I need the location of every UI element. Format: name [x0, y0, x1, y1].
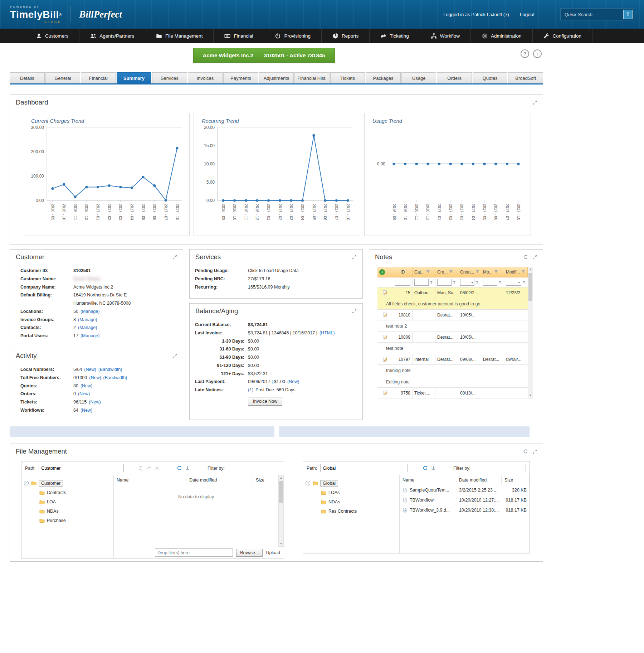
file-row[interactable]: TBWorkflow10/20/2010 12:27:...918.17 KB [400, 495, 530, 505]
path-input[interactable] [39, 464, 124, 472]
note-row[interactable]: 9758Ticket ...08/18/... [377, 388, 528, 398]
note-row[interactable]: 10797InternalDesrat...09/08/...Desrat...… [377, 354, 528, 365]
collapse-panel-icon[interactable] [172, 354, 177, 358]
tree-node[interactable]: LOAs [305, 488, 397, 497]
note-row[interactable]: 15Outbou...Man, Su...08/02/2...12/23/2..… [377, 287, 528, 298]
collapse-panel-icon[interactable] [352, 309, 357, 314]
refresh-icon[interactable] [523, 449, 528, 454]
nav-item-administration[interactable]: Administration [470, 29, 532, 43]
filter-funnel-icon[interactable] [475, 280, 479, 284]
notes-column-header[interactable]: Mo... [481, 267, 504, 277]
scroll-top-icon[interactable]: ↑ [533, 49, 542, 58]
inline-link[interactable]: (Bandwidth) [103, 374, 127, 381]
inline-link[interactable]: (HTML) [319, 330, 335, 337]
tree-node-root[interactable]: Global [305, 478, 397, 488]
notes-column-header[interactable]: Modif... [504, 267, 528, 277]
notes-filter-input[interactable] [395, 279, 410, 286]
tab-quotes[interactable]: Quotes [473, 72, 508, 83]
notes-column-header[interactable]: ID [393, 267, 413, 277]
filter-funnel-icon[interactable] [522, 280, 526, 284]
notes-column-header[interactable]: Cre... [435, 267, 458, 277]
inline-link[interactable]: (New) [89, 374, 101, 381]
scroll-thumb[interactable] [279, 481, 283, 503]
notes-filter-select[interactable]: ▾ [506, 279, 521, 286]
timelybill-logo[interactable]: POWERED BY TimelyBill® STAGE [10, 5, 62, 23]
tab-summary[interactable]: Summary [117, 72, 152, 83]
tree-node[interactable]: Contracts [24, 488, 111, 497]
tab-payments[interactable]: Payments [223, 72, 258, 83]
invoice-now-button[interactable]: Invoice Now [248, 397, 282, 406]
inline-link[interactable]: (Bandwidth) [98, 366, 122, 373]
file-column-header[interactable]: Size [253, 475, 278, 485]
tab-general[interactable]: General [45, 72, 80, 83]
tree-node[interactable]: Purchase [24, 516, 111, 525]
collapsed-panel[interactable] [10, 426, 274, 437]
scroll-up-icon[interactable]: ▲ [529, 268, 532, 271]
tab-financial[interactable]: Financial [81, 72, 116, 83]
collapse-toggle-icon[interactable] [24, 480, 29, 486]
tab-financial-hist[interactable]: Financial Hist. [294, 72, 330, 83]
inline-link[interactable]: (Manage) [80, 308, 100, 315]
inline-link[interactable]: (New) [84, 366, 96, 373]
filter-funnel-icon[interactable] [449, 270, 453, 274]
filter-input[interactable] [474, 464, 526, 472]
inline-link[interactable]: (1) [248, 387, 253, 393]
file-column-header[interactable]: Size [502, 475, 530, 485]
filter-funnel-icon[interactable] [498, 280, 502, 284]
drop-files-input[interactable] [155, 548, 233, 557]
tab-services[interactable]: Services [152, 72, 187, 83]
inline-link[interactable]: (Manage) [78, 316, 97, 323]
download-icon[interactable] [185, 466, 190, 470]
filter-funnel-icon[interactable] [494, 270, 498, 274]
nav-item-agents-partners[interactable]: Agents/Partners [79, 29, 145, 43]
field-value[interactable]: Click to Load Usage Data [248, 267, 299, 274]
tab-broadsoft[interactable]: BroadSoft [508, 72, 543, 83]
edit-note-icon[interactable] [382, 312, 388, 318]
nav-item-ticketing[interactable]: Ticketing [369, 29, 420, 43]
tree-node[interactable]: Res Contracts [305, 507, 397, 516]
refresh-icon[interactable] [523, 255, 528, 260]
tab-details[interactable]: Details [10, 72, 45, 83]
file-column-header[interactable]: Date modified [186, 475, 253, 485]
nav-item-file-management[interactable]: File Management [145, 29, 213, 43]
tab-usage[interactable]: Usage [401, 72, 436, 83]
tab-adjustments[interactable]: Adjustments [259, 72, 294, 83]
scroll-up-icon[interactable]: ▲ [280, 476, 283, 480]
scroll-down-icon[interactable]: ▼ [529, 394, 532, 397]
note-row[interactable]: 10809Desrat...10/05/... [377, 332, 528, 343]
collapse-panel-icon[interactable] [532, 449, 537, 454]
inline-link[interactable]: (New) [80, 383, 92, 390]
inline-link[interactable]: (New) [287, 378, 299, 385]
tree-node[interactable]: NDAs [24, 507, 111, 516]
collapse-toggle-icon[interactable] [305, 480, 311, 486]
tree-node[interactable]: LOA [24, 497, 111, 507]
file-column-header[interactable]: Name [114, 475, 186, 485]
filter-funnel-icon[interactable] [521, 270, 525, 274]
tree-node[interactable]: NDAs [305, 497, 397, 507]
edit-note-icon[interactable] [382, 357, 388, 362]
note-row[interactable]: 10810Desrat...10/05/... [377, 310, 528, 320]
filter-funnel-icon[interactable] [452, 280, 456, 284]
inline-link[interactable]: (New) [78, 391, 90, 397]
collapse-panel-icon[interactable] [172, 255, 177, 260]
inline-link[interactable]: (Manage) [80, 333, 100, 339]
scroll-thumb[interactable] [528, 273, 532, 301]
scroll-down-icon[interactable]: ▼ [280, 542, 283, 546]
nav-item-reports[interactable]: Reports [321, 29, 369, 43]
inline-link[interactable]: (Manage) [78, 324, 97, 331]
edit-note-icon[interactable] [382, 290, 388, 295]
notes-filter-input[interactable] [483, 279, 497, 286]
file-row[interactable]: SampleQuoteTem...3/2/2015 2:25:23 ...320… [400, 485, 530, 495]
quick-search-button[interactable]: T [623, 10, 633, 19]
nav-item-provisioning[interactable]: Provisioning [264, 29, 321, 43]
notes-filter-input[interactable] [437, 279, 452, 286]
tab-invoices[interactable]: Invoices [188, 72, 223, 83]
nav-item-financial[interactable]: Financial [213, 29, 264, 43]
tab-packages[interactable]: Packages [366, 72, 401, 83]
help-icon[interactable]: ? [521, 49, 529, 58]
inline-link[interactable]: (New) [80, 407, 92, 414]
file-column-header[interactable]: Name [400, 475, 456, 485]
filter-funnel-icon[interactable] [426, 270, 430, 274]
notes-filter-input[interactable] [414, 279, 429, 286]
filter-funnel-icon[interactable] [429, 280, 433, 284]
